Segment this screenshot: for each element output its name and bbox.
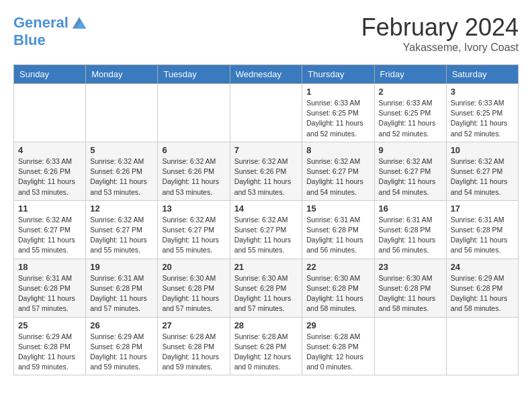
title-section: February 2024 Yakasseme, Ivory Coast — [361, 13, 519, 54]
day-number: 21 — [234, 262, 298, 272]
header: General Blue February 2024 Yakasseme, Iv… — [13, 13, 519, 54]
calendar-table: SundayMondayTuesdayWednesdayThursdayFrid… — [13, 64, 519, 375]
calendar-cell: 21Sunrise: 6:30 AMSunset: 6:28 PMDayligh… — [230, 259, 302, 317]
day-number: 19 — [90, 262, 153, 272]
calendar-cell — [158, 84, 230, 142]
day-info: Sunrise: 6:31 AMSunset: 6:28 PMDaylight:… — [90, 273, 153, 314]
week-row-4: 18Sunrise: 6:31 AMSunset: 6:28 PMDayligh… — [14, 259, 519, 317]
location-subtitle: Yakasseme, Ivory Coast — [361, 42, 519, 54]
day-info: Sunrise: 6:28 AMSunset: 6:28 PMDaylight:… — [234, 332, 298, 373]
day-number: 22 — [306, 262, 369, 272]
week-row-1: 1Sunrise: 6:33 AMSunset: 6:25 PMDaylight… — [14, 84, 519, 142]
calendar-cell — [230, 84, 302, 142]
day-number: 4 — [18, 145, 81, 155]
calendar-cell: 15Sunrise: 6:31 AMSunset: 6:28 PMDayligh… — [302, 200, 374, 259]
calendar-cell: 20Sunrise: 6:30 AMSunset: 6:28 PMDayligh… — [158, 259, 230, 317]
day-number: 10 — [451, 145, 514, 155]
day-info: Sunrise: 6:32 AMSunset: 6:27 PMDaylight:… — [234, 215, 298, 256]
day-number: 5 — [90, 145, 153, 155]
day-info: Sunrise: 6:30 AMSunset: 6:28 PMDaylight:… — [234, 273, 298, 314]
day-info: Sunrise: 6:28 AMSunset: 6:28 PMDaylight:… — [162, 332, 225, 373]
weekday-header-row: SundayMondayTuesdayWednesdayThursdayFrid… — [14, 65, 519, 84]
day-info: Sunrise: 6:33 AMSunset: 6:25 PMDaylight:… — [451, 98, 514, 139]
weekday-header-tuesday: Tuesday — [158, 65, 230, 84]
calendar-cell: 9Sunrise: 6:32 AMSunset: 6:27 PMDaylight… — [374, 142, 446, 200]
week-row-2: 4Sunrise: 6:33 AMSunset: 6:26 PMDaylight… — [14, 142, 519, 200]
day-info: Sunrise: 6:28 AMSunset: 6:28 PMDaylight:… — [306, 332, 369, 373]
day-number: 26 — [90, 320, 153, 330]
day-number: 18 — [18, 262, 81, 272]
calendar-cell: 22Sunrise: 6:30 AMSunset: 6:28 PMDayligh… — [302, 259, 374, 317]
calendar-cell: 7Sunrise: 6:32 AMSunset: 6:26 PMDaylight… — [230, 142, 302, 200]
day-number: 24 — [451, 262, 514, 272]
week-row-3: 11Sunrise: 6:32 AMSunset: 6:27 PMDayligh… — [14, 200, 519, 259]
day-info: Sunrise: 6:31 AMSunset: 6:28 PMDaylight:… — [379, 215, 442, 256]
calendar-cell: 23Sunrise: 6:30 AMSunset: 6:28 PMDayligh… — [374, 259, 446, 317]
day-info: Sunrise: 6:29 AMSunset: 6:28 PMDaylight:… — [90, 332, 153, 373]
calendar-cell: 8Sunrise: 6:32 AMSunset: 6:27 PMDaylight… — [302, 142, 374, 200]
calendar-cell: 18Sunrise: 6:31 AMSunset: 6:28 PMDayligh… — [14, 259, 86, 317]
day-number: 15 — [306, 203, 369, 214]
day-number: 9 — [379, 145, 442, 155]
weekday-header-friday: Friday — [374, 65, 446, 84]
day-info: Sunrise: 6:33 AMSunset: 6:26 PMDaylight:… — [18, 156, 81, 197]
calendar-cell: 13Sunrise: 6:32 AMSunset: 6:27 PMDayligh… — [158, 200, 230, 259]
day-info: Sunrise: 6:30 AMSunset: 6:28 PMDaylight:… — [162, 273, 225, 314]
calendar-cell: 11Sunrise: 6:32 AMSunset: 6:27 PMDayligh… — [14, 200, 86, 259]
calendar-cell: 2Sunrise: 6:33 AMSunset: 6:25 PMDaylight… — [374, 84, 446, 142]
day-info: Sunrise: 6:31 AMSunset: 6:28 PMDaylight:… — [451, 215, 514, 256]
day-number: 14 — [234, 203, 298, 214]
weekday-header-wednesday: Wednesday — [230, 65, 302, 84]
logo-text: General — [13, 15, 69, 31]
logo-icon — [70, 13, 89, 32]
calendar-cell — [446, 317, 518, 375]
day-number: 8 — [306, 145, 369, 155]
weekday-header-saturday: Saturday — [446, 65, 518, 84]
logo: General Blue — [13, 13, 89, 48]
calendar-cell: 17Sunrise: 6:31 AMSunset: 6:28 PMDayligh… — [446, 200, 518, 259]
day-number: 2 — [379, 87, 442, 97]
calendar-cell — [86, 84, 158, 142]
calendar-cell: 29Sunrise: 6:28 AMSunset: 6:28 PMDayligh… — [302, 317, 374, 375]
day-number: 1 — [306, 87, 369, 97]
day-number: 23 — [379, 262, 442, 272]
calendar-cell: 3Sunrise: 6:33 AMSunset: 6:25 PMDaylight… — [446, 84, 518, 142]
calendar-cell: 28Sunrise: 6:28 AMSunset: 6:28 PMDayligh… — [230, 317, 302, 375]
calendar-cell: 6Sunrise: 6:32 AMSunset: 6:26 PMDaylight… — [158, 142, 230, 200]
day-number: 13 — [162, 203, 225, 214]
day-info: Sunrise: 6:32 AMSunset: 6:26 PMDaylight:… — [162, 156, 225, 197]
day-number: 6 — [162, 145, 225, 155]
day-info: Sunrise: 6:30 AMSunset: 6:28 PMDaylight:… — [379, 273, 442, 314]
calendar-cell: 26Sunrise: 6:29 AMSunset: 6:28 PMDayligh… — [86, 317, 158, 375]
calendar-cell: 27Sunrise: 6:28 AMSunset: 6:28 PMDayligh… — [158, 317, 230, 375]
day-info: Sunrise: 6:32 AMSunset: 6:27 PMDaylight:… — [306, 156, 369, 197]
calendar-cell: 16Sunrise: 6:31 AMSunset: 6:28 PMDayligh… — [374, 200, 446, 259]
day-info: Sunrise: 6:32 AMSunset: 6:26 PMDaylight:… — [234, 156, 298, 197]
calendar-cell — [374, 317, 446, 375]
day-info: Sunrise: 6:33 AMSunset: 6:25 PMDaylight:… — [379, 98, 442, 139]
day-info: Sunrise: 6:33 AMSunset: 6:25 PMDaylight:… — [306, 98, 369, 139]
day-number: 25 — [18, 320, 81, 330]
day-number: 29 — [306, 320, 369, 330]
calendar-cell: 24Sunrise: 6:29 AMSunset: 6:28 PMDayligh… — [446, 259, 518, 317]
day-info: Sunrise: 6:29 AMSunset: 6:28 PMDaylight:… — [18, 332, 81, 373]
day-number: 12 — [90, 203, 153, 214]
calendar-cell: 5Sunrise: 6:32 AMSunset: 6:26 PMDaylight… — [86, 142, 158, 200]
weekday-header-thursday: Thursday — [302, 65, 374, 84]
calendar-cell: 12Sunrise: 6:32 AMSunset: 6:27 PMDayligh… — [86, 200, 158, 259]
calendar-cell: 1Sunrise: 6:33 AMSunset: 6:25 PMDaylight… — [302, 84, 374, 142]
day-info: Sunrise: 6:29 AMSunset: 6:28 PMDaylight:… — [451, 273, 514, 314]
calendar-body: 1Sunrise: 6:33 AMSunset: 6:25 PMDaylight… — [14, 84, 519, 375]
day-number: 20 — [162, 262, 225, 272]
weekday-header-monday: Monday — [86, 65, 158, 84]
month-title: February 2024 — [361, 13, 519, 42]
day-number: 7 — [234, 145, 298, 155]
day-info: Sunrise: 6:32 AMSunset: 6:27 PMDaylight:… — [162, 215, 225, 256]
day-number: 11 — [18, 203, 81, 214]
day-number: 27 — [162, 320, 225, 330]
day-number: 17 — [451, 203, 514, 214]
calendar-header: SundayMondayTuesdayWednesdayThursdayFrid… — [14, 65, 519, 84]
day-info: Sunrise: 6:32 AMSunset: 6:27 PMDaylight:… — [18, 215, 81, 256]
day-number: 16 — [379, 203, 442, 214]
calendar-cell: 10Sunrise: 6:32 AMSunset: 6:27 PMDayligh… — [446, 142, 518, 200]
